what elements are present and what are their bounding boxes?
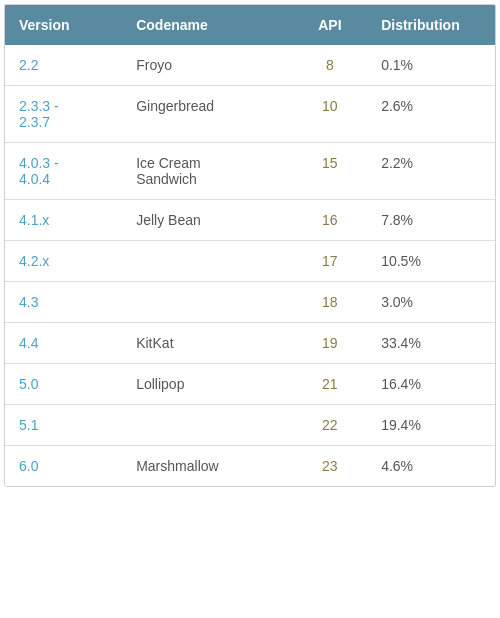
header-codename: Codename: [122, 5, 292, 45]
table-row: 6.0Marshmallow234.6%: [5, 446, 495, 487]
cell-distribution: 16.4%: [367, 364, 495, 405]
cell-api: 21: [293, 364, 368, 405]
cell-version[interactable]: 5.0: [5, 364, 122, 405]
cell-api: 18: [293, 282, 368, 323]
cell-distribution: 19.4%: [367, 405, 495, 446]
cell-api: 17: [293, 241, 368, 282]
header-distribution: Distribution: [367, 5, 495, 45]
table-row: 5.0Lollipop2116.4%: [5, 364, 495, 405]
cell-api: 8: [293, 45, 368, 86]
cell-distribution: 0.1%: [367, 45, 495, 86]
table-row: 4.0.3 - 4.0.4Ice Cream Sandwich152.2%: [5, 143, 495, 200]
cell-codename: [122, 405, 292, 446]
cell-version[interactable]: 4.4: [5, 323, 122, 364]
cell-version[interactable]: 4.1.x: [5, 200, 122, 241]
header-api: API: [293, 5, 368, 45]
table-row: 2.2Froyo80.1%: [5, 45, 495, 86]
cell-api: 15: [293, 143, 368, 200]
cell-api: 22: [293, 405, 368, 446]
cell-codename: [122, 241, 292, 282]
cell-api: 23: [293, 446, 368, 487]
table-row: 4.4KitKat1933.4%: [5, 323, 495, 364]
table-row: 5.12219.4%: [5, 405, 495, 446]
cell-api: 19: [293, 323, 368, 364]
cell-version[interactable]: 4.0.3 - 4.0.4: [5, 143, 122, 200]
cell-version[interactable]: 6.0: [5, 446, 122, 487]
cell-codename: [122, 282, 292, 323]
cell-version[interactable]: 5.1: [5, 405, 122, 446]
table-row: 4.2.x1710.5%: [5, 241, 495, 282]
cell-codename: KitKat: [122, 323, 292, 364]
cell-codename: Gingerbread: [122, 86, 292, 143]
cell-codename: Jelly Bean: [122, 200, 292, 241]
cell-distribution: 4.6%: [367, 446, 495, 487]
cell-distribution: 3.0%: [367, 282, 495, 323]
cell-codename: Marshmallow: [122, 446, 292, 487]
cell-codename: Lollipop: [122, 364, 292, 405]
cell-version[interactable]: 4.3: [5, 282, 122, 323]
cell-distribution: 7.8%: [367, 200, 495, 241]
cell-version[interactable]: 2.3.3 - 2.3.7: [5, 86, 122, 143]
android-distribution-table: Version Codename API Distribution 2.2Fro…: [4, 4, 496, 487]
cell-codename: Ice Cream Sandwich: [122, 143, 292, 200]
cell-distribution: 2.2%: [367, 143, 495, 200]
table-row: 4.3183.0%: [5, 282, 495, 323]
table-row: 2.3.3 - 2.3.7Gingerbread102.6%: [5, 86, 495, 143]
cell-distribution: 10.5%: [367, 241, 495, 282]
cell-api: 16: [293, 200, 368, 241]
cell-version[interactable]: 2.2: [5, 45, 122, 86]
cell-version[interactable]: 4.2.x: [5, 241, 122, 282]
cell-distribution: 2.6%: [367, 86, 495, 143]
cell-distribution: 33.4%: [367, 323, 495, 364]
header-version: Version: [5, 5, 122, 45]
table-row: 4.1.xJelly Bean167.8%: [5, 200, 495, 241]
cell-codename: Froyo: [122, 45, 292, 86]
cell-api: 10: [293, 86, 368, 143]
